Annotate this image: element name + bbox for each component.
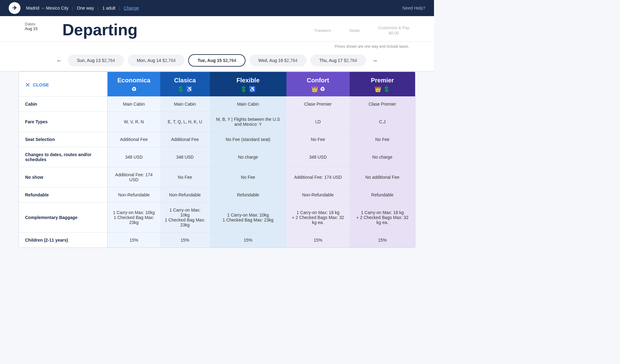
cell-3-economica: 348 USD <box>108 147 160 167</box>
route-info: Madrid → Mexico City | One way | 1 adult… <box>26 6 139 11</box>
cell-5-flexible: Refundable <box>210 187 286 203</box>
cell-3-flexible: No charge <box>210 147 286 167</box>
table-row: Fare TypesW, V, R, NE, T, Q, L, H, K, UM… <box>19 112 415 132</box>
date-pill-3[interactable]: Wed, Aug 16 $2,764 <box>249 55 307 66</box>
th-flexible[interactable]: Flexible 💲 ♿ <box>210 72 286 97</box>
cell-6-clasica: 1 Carry-on Max: 10kg 1 Checked Bag Max: … <box>160 203 210 233</box>
cell-5-premier: Refundable <box>350 187 415 203</box>
date-pill-4[interactable]: Thu, Aug 17 $2,764 <box>310 55 366 66</box>
cell-3-clasica: 348 USD <box>160 147 210 167</box>
help-link[interactable]: Need Help? <box>402 6 425 11</box>
th-economica[interactable]: Economica ♻ <box>108 72 160 97</box>
cell-1-confort: I,D <box>286 112 350 132</box>
cell-5-economica: Non-Refundable <box>108 187 160 203</box>
th-label: ✕ CLOSE <box>19 72 108 97</box>
row-label-2: Seat Selection <box>19 132 108 147</box>
th-clasica[interactable]: Clasica 💲 ♿ <box>160 72 210 97</box>
prev-date-arrow[interactable]: ← <box>54 55 64 65</box>
price-note: Prices shown are one way and include tax… <box>0 42 434 50</box>
cell-6-confort: 1 Carry-on Max: 18 kg + 2 Checked Bags M… <box>286 203 350 233</box>
row-label-5: Refundable <box>19 187 108 203</box>
page-title: Departing <box>62 22 138 38</box>
cell-6-premier: 1 Carry-on Max: 18 kg + 2 Checked Bags M… <box>350 203 415 233</box>
close-label: CLOSE <box>33 82 49 87</box>
cell-4-confort: Additional Fee: 174 USD <box>286 167 350 187</box>
cell-5-clasica: Non-Refundable <box>160 187 210 203</box>
wheelchair-icon: ♿ <box>186 86 193 93</box>
step-bar: Dates Aug 15 Departing Travelers Seats C… <box>0 16 434 42</box>
nav-left: ✈ Madrid → Mexico City | One way | 1 adu… <box>9 2 139 14</box>
cell-7-clasica: 15% <box>160 233 210 248</box>
th-confort[interactable]: Confort 👑 ♻ <box>286 72 350 97</box>
date-pill-0[interactable]: Sun, Aug 13 $2,764 <box>68 55 124 66</box>
date-pill-1[interactable]: Mon, Aug 14 $2,764 <box>128 55 184 66</box>
cell-2-clasica: Additional Fee <box>160 132 210 147</box>
cell-0-premier: Clase Premier <box>350 97 415 112</box>
fare-comparison-table: ✕ CLOSE Economica ♻ Clasica 💲 ♿ <box>19 72 415 248</box>
steps-right: Travelers Seats Customize & Pay $0.00 <box>314 22 409 35</box>
row-label-0: Cabin <box>19 97 108 112</box>
cell-5-confort: Non-Refundable <box>286 187 350 203</box>
clasica-icons: 💲 ♿ <box>163 86 207 93</box>
trip-type: One way <box>77 6 94 11</box>
next-date-arrow[interactable]: → <box>370 55 380 65</box>
date-label: Dates <box>25 22 38 26</box>
th-premier[interactable]: Premier 👑 💲 <box>350 72 415 97</box>
row-label-3: Changes to dates, routes and/or schedule… <box>19 147 108 167</box>
logo: ✈ <box>9 2 20 14</box>
cell-7-confort: 15% <box>286 233 350 248</box>
table-row: CabinMain CabinMain CabinMain CabinClase… <box>19 97 415 112</box>
table-row: Children (2-11 years)15%15%15%15%15% <box>19 233 415 248</box>
cell-7-premier: 15% <box>350 233 415 248</box>
top-navigation: ✈ Madrid → Mexico City | One way | 1 adu… <box>0 0 434 16</box>
cell-2-economica: Additional Fee <box>108 132 160 147</box>
wheelchair-icon2: ♿ <box>249 86 256 93</box>
cell-6-flexible: 1 Carry-on Max: 10kg 1 Checked Bag Max: … <box>210 203 286 233</box>
dollar-circle-icon: 💲 <box>177 86 184 93</box>
step-travelers: Travelers <box>314 28 331 33</box>
close-icon: ✕ <box>25 81 30 89</box>
recycle-icon2: ♻ <box>320 86 325 93</box>
passengers: 1 adult <box>102 6 115 11</box>
cell-1-economica: W, V, R, N <box>108 112 160 132</box>
table-row: Seat SelectionAdditional FeeAdditional F… <box>19 132 415 147</box>
recycle-icon: ♻ <box>131 86 136 93</box>
cell-0-clasica: Main Cabin <box>160 97 210 112</box>
cell-0-flexible: Main Cabin <box>210 97 286 112</box>
cell-3-confort: 348 USD <box>286 147 350 167</box>
row-label-4: No show <box>19 167 108 187</box>
step-seats: Seats <box>349 28 360 33</box>
cell-0-confort: Clase Premier <box>286 97 350 112</box>
row-label-1: Fare Types <box>19 112 108 132</box>
route-text: Madrid → Mexico City <box>26 6 69 11</box>
date-info: Dates Aug 15 <box>25 22 38 31</box>
date-value: Aug 15 <box>25 26 38 31</box>
cell-7-economica: 15% <box>108 233 160 248</box>
close-button[interactable]: ✕ CLOSE <box>25 79 104 91</box>
cell-6-economica: 1 Carry-on Max: 10kg 1 Checked Bag Max: … <box>108 203 160 233</box>
row-label-6: Complementary Baggage <box>19 203 108 233</box>
economica-icons: ♻ <box>111 86 157 93</box>
flexible-icons: 💲 ♿ <box>213 86 283 93</box>
table-row: RefundableNon-RefundableNon-RefundableRe… <box>19 187 415 203</box>
cell-2-premier: No Fee <box>350 132 415 147</box>
cell-4-economica: Additional Fee: 174 USD <box>108 167 160 187</box>
cell-3-premier: No charge <box>350 147 415 167</box>
crown-icon: 👑 <box>311 86 318 93</box>
cell-7-flexible: 15% <box>210 233 286 248</box>
row-label-7: Children (2-11 years) <box>19 233 108 248</box>
table-row: No showAdditional Fee: 174 USDNo FeeNo F… <box>19 167 415 187</box>
table-row: Complementary Baggage1 Carry-on Max: 10k… <box>19 203 415 233</box>
cell-2-flexible: No Fee (standard seat) <box>210 132 286 147</box>
cell-2-confort: No Fee <box>286 132 350 147</box>
table-row: Changes to dates, routes and/or schedule… <box>19 147 415 167</box>
cell-1-flexible: M, B, Y | Flights between the U.S and Me… <box>210 112 286 132</box>
crown-icon2: 👑 <box>374 86 381 93</box>
date-pill-2[interactable]: Tue, Aug 15 $2,764 <box>188 54 246 67</box>
confort-icons: 👑 ♻ <box>290 86 347 93</box>
change-link[interactable]: Change <box>124 6 139 11</box>
date-selector: ← Sun, Aug 13 $2,764 Mon, Aug 14 $2,764 … <box>0 50 434 72</box>
cell-0-economica: Main Cabin <box>108 97 160 112</box>
cell-1-premier: C,J <box>350 112 415 132</box>
cell-4-clasica: No Fee <box>160 167 210 187</box>
